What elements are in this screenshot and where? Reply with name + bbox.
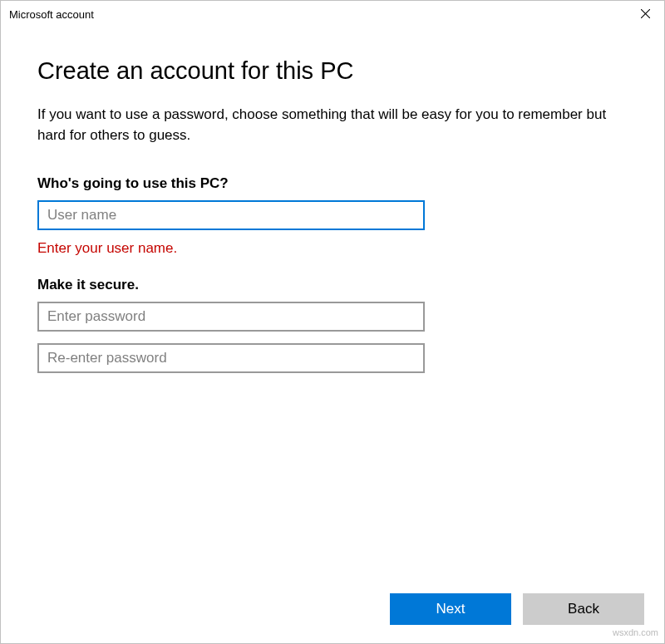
page-heading: Create an account for this PC — [37, 57, 628, 85]
password-input[interactable] — [37, 302, 425, 332]
footer: Next Back — [1, 593, 664, 643]
close-icon — [641, 8, 650, 21]
username-label: Who's going to use this PC? — [37, 175, 628, 192]
username-input[interactable] — [37, 200, 425, 230]
password-confirm-input[interactable] — [37, 343, 425, 373]
titlebar: Microsoft account — [1, 1, 664, 27]
close-button[interactable] — [626, 1, 664, 27]
window-title: Microsoft account — [9, 8, 94, 21]
content-area: Create an account for this PC If you wan… — [1, 27, 664, 593]
page-description: If you want to use a password, choose so… — [37, 105, 619, 145]
username-error: Enter your user name. — [37, 240, 628, 257]
dialog-window: Microsoft account Create an account for … — [0, 0, 665, 644]
password-label: Make it secure. — [37, 277, 628, 293]
watermark: wsxdn.com — [613, 627, 658, 637]
back-button[interactable]: Back — [523, 593, 644, 625]
next-button[interactable]: Next — [390, 593, 511, 625]
